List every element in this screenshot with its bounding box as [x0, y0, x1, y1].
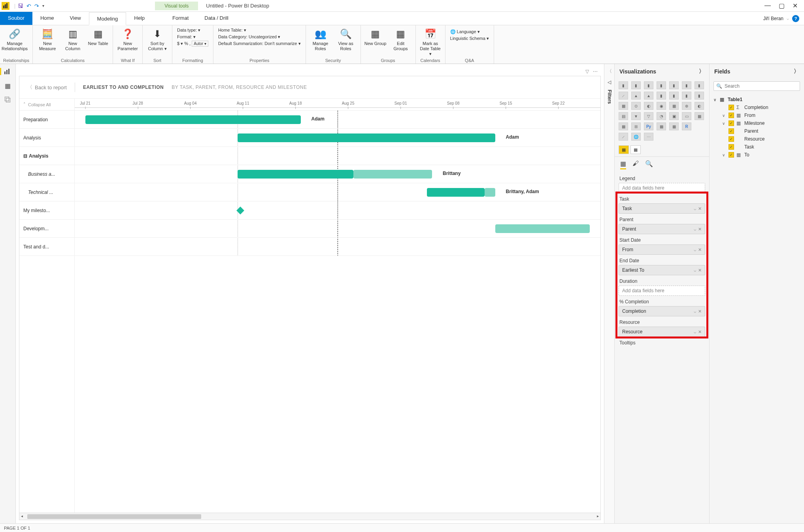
viz-type-icon[interactable]: ▮: [644, 81, 653, 89]
tab-file[interactable]: Soubor: [0, 12, 32, 25]
chevron-down-icon[interactable]: ∨: [722, 113, 726, 118]
checkbox-icon[interactable]: ✓: [729, 144, 734, 150]
remove-icon[interactable]: ✕: [698, 329, 702, 335]
viz-type-icon[interactable]: ▦: [657, 122, 666, 130]
remove-icon[interactable]: ✕: [698, 206, 702, 211]
back-to-report-button[interactable]: 〈 Back to report: [27, 84, 67, 91]
viz-type-icon[interactable]: ⟋: [619, 133, 628, 141]
table-node[interactable]: ∨▦Table1: [713, 96, 800, 103]
manage-roles-button[interactable]: 👥Manage Roles: [309, 27, 332, 51]
report-view-icon[interactable]: [0, 68, 15, 75]
edit-groups-button[interactable]: ▦Edit Groups: [389, 27, 412, 51]
chevron-left-icon[interactable]: 〈: [607, 68, 612, 75]
task-row[interactable]: Test and d...: [19, 238, 74, 256]
help-icon[interactable]: ?: [792, 15, 799, 22]
viz-type-icon[interactable]: ▦: [669, 102, 679, 110]
gantt-bar[interactable]: [238, 133, 495, 142]
viz-type-icon[interactable]: ▮: [657, 92, 666, 100]
datacategory-dropdown[interactable]: Data Category: Uncategorized ▾: [218, 34, 301, 39]
viz-type-icon[interactable]: ▦: [695, 112, 704, 120]
well-chip-to[interactable]: Earliest To⌵✕: [619, 265, 705, 275]
new-measure-button[interactable]: 🧮New Measure: [36, 27, 59, 51]
milestone-marker[interactable]: [236, 207, 244, 214]
viz-type-icon[interactable]: ▦: [619, 122, 628, 130]
horizontal-scrollbar[interactable]: ◂ ▸: [19, 513, 600, 520]
well-format-icon[interactable]: 🖌: [632, 160, 639, 169]
checkbox-icon[interactable]: ✓: [729, 136, 734, 142]
checkbox-icon[interactable]: ✓: [729, 105, 734, 110]
field-node[interactable]: ✓Parent: [713, 127, 800, 135]
close-icon[interactable]: ✕: [793, 2, 798, 9]
viz-type-icon[interactable]: ⊕: [682, 102, 691, 110]
tab-format[interactable]: Format: [164, 12, 196, 25]
viz-type-icon[interactable]: ▤: [619, 112, 628, 120]
viz-import-icon[interactable]: ⋯: [644, 133, 653, 141]
well-analytics-icon[interactable]: 🔍: [645, 160, 653, 169]
viz-type-icon[interactable]: ▦: [669, 122, 679, 130]
chevron-down-icon[interactable]: ∨: [722, 153, 726, 157]
undo-icon[interactable]: ↶: [26, 3, 31, 9]
well-chip-parent[interactable]: Parent⌵✕: [619, 224, 705, 234]
user-chevron-icon[interactable]: ⌵: [787, 16, 789, 21]
well-chip-completion[interactable]: Completion⌵✕: [619, 306, 705, 316]
field-node[interactable]: ✓Resource: [713, 135, 800, 143]
field-node[interactable]: ∨✓▦From: [713, 111, 800, 119]
currency-controls[interactable]: $ ▾ % ,: [177, 41, 192, 46]
linguistic-schema-dropdown[interactable]: Linguistic Schema ▾: [450, 36, 489, 41]
summarization-dropdown[interactable]: Default Summarization: Don't summarize ▾: [218, 41, 301, 46]
well-chip-task[interactable]: Task⌵✕: [619, 203, 705, 214]
gantt-bar[interactable]: [495, 224, 590, 233]
task-row[interactable]: My milesto...: [19, 201, 74, 220]
gantt-bar[interactable]: [85, 115, 301, 124]
chevron-right-icon[interactable]: 〉: [794, 68, 799, 75]
viz-type-icon[interactable]: ▮: [619, 81, 628, 89]
user-name[interactable]: Jiří Beran: [763, 16, 783, 21]
filter-icon[interactable]: ▽: [585, 69, 589, 74]
viz-type-icon[interactable]: ◐: [695, 102, 704, 110]
viz-type-icon[interactable]: Py: [644, 122, 653, 130]
viz-type-icon[interactable]: 🌐: [631, 133, 641, 141]
redo-icon[interactable]: ↷: [34, 3, 39, 9]
gantt-bar-remaining[interactable]: [353, 170, 432, 179]
chevron-down-icon[interactable]: ⌵: [694, 268, 696, 273]
chevron-down-icon[interactable]: ∨: [722, 121, 726, 126]
tab-datadrill[interactable]: Data / Drill: [196, 12, 236, 25]
collapse-all-button[interactable]: ˄Collapse All: [19, 99, 74, 111]
minimize-icon[interactable]: —: [764, 2, 771, 9]
field-node[interactable]: ∨✓▦To: [713, 151, 800, 159]
viz-type-icon[interactable]: ▮: [695, 81, 704, 89]
save-icon[interactable]: 🖫: [18, 3, 23, 9]
model-view-icon[interactable]: ⿻: [4, 96, 12, 103]
task-row[interactable]: Business a...: [19, 165, 74, 183]
task-row[interactable]: Developm...: [19, 220, 74, 238]
viz-type-icon[interactable]: ▭: [682, 112, 691, 120]
viz-type-icon[interactable]: ▮: [669, 92, 679, 100]
task-row[interactable]: Preparation: [19, 111, 74, 129]
viz-type-icon[interactable]: ▮: [631, 81, 641, 89]
data-view-icon[interactable]: ▦: [4, 82, 12, 89]
checkbox-icon[interactable]: ✓: [729, 120, 734, 126]
datatype-dropdown[interactable]: Data type: ▾: [177, 28, 208, 33]
field-node[interactable]: ✓ΣCompletion: [713, 103, 800, 111]
viz-type-icon[interactable]: ▮: [682, 81, 691, 89]
gantt-bar[interactable]: [427, 188, 485, 197]
viz-type-icon[interactable]: ▮: [669, 81, 679, 89]
qat-dropdown-icon[interactable]: ▾: [42, 4, 44, 8]
task-row[interactable]: Technical ...: [19, 183, 74, 201]
chevron-down-icon[interactable]: ⌵: [694, 329, 696, 335]
chevron-down-icon[interactable]: ⌵: [694, 309, 696, 314]
new-column-button[interactable]: ▥New Column: [61, 27, 84, 51]
tab-view[interactable]: View: [62, 12, 89, 25]
well-chip-resource[interactable]: Resource⌵✕: [619, 327, 705, 337]
well-fields-icon[interactable]: ▦: [620, 160, 626, 169]
maximize-icon[interactable]: ▢: [779, 2, 785, 9]
gantt-bar[interactable]: [238, 170, 353, 179]
chevron-down-icon[interactable]: ⌵: [694, 247, 696, 252]
chevron-right-icon[interactable]: 〉: [699, 68, 704, 75]
filters-pane-collapsed[interactable]: 〈 ◁ Filters: [604, 64, 614, 523]
viz-type-icon[interactable]: ▲: [644, 92, 653, 100]
gantt-visual[interactable]: 〈 Back to report EARLIEST TO AND COMPLET…: [19, 76, 601, 520]
chevron-down-icon[interactable]: ⌵: [694, 227, 696, 232]
tab-home[interactable]: Home: [32, 12, 62, 25]
viz-type-icon[interactable]: ⊙: [631, 102, 641, 110]
